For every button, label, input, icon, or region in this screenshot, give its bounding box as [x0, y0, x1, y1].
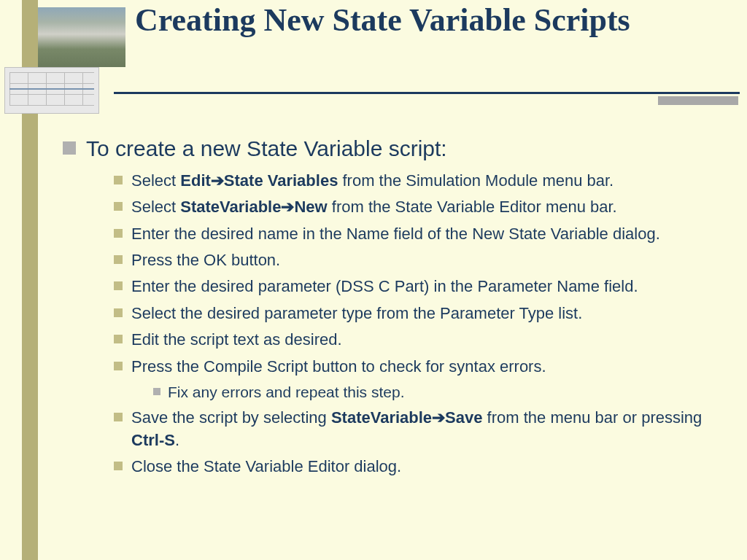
step-item: Press the OK button. [114, 249, 734, 271]
step-text: Press the Compile Script button to check… [131, 356, 546, 378]
step-item: Press the Compile Script button to check… [114, 356, 734, 378]
step-text: Select the desired parameter type from t… [131, 303, 582, 324]
square-bullet-icon [114, 281, 123, 290]
step-item: Select StateVariable➔New from the State … [114, 196, 734, 218]
substep-text: Fix any errors and repeat this step. [168, 382, 405, 402]
content-area: To create a new State Variable script: S… [63, 134, 734, 482]
intro-text: To create a new State Variable script: [86, 134, 447, 163]
dam-photo [38, 7, 125, 67]
square-bullet-icon [153, 388, 160, 395]
substeps-list: Fix any errors and repeat this step. [153, 382, 734, 402]
step-text: Enter the desired parameter (DSS C Part)… [131, 276, 638, 298]
square-bullet-icon [114, 202, 123, 211]
square-bullet-icon [114, 176, 123, 184]
step-item: Close the State Variable Editor dialog. [114, 456, 734, 478]
step-text: Select StateVariable➔New from the State … [131, 196, 617, 218]
square-bullet-icon [114, 308, 123, 317]
square-bullet-icon [114, 229, 123, 238]
step-text: Select Edit➔State Variables from the Sim… [131, 170, 614, 192]
square-bullet-icon [114, 413, 123, 421]
step-item: Enter the desired parameter (DSS C Part)… [114, 276, 734, 298]
step-item: Select Edit➔State Variables from the Sim… [114, 170, 734, 192]
square-bullet-icon [114, 362, 123, 370]
step-text: Press the OK button. [131, 249, 280, 271]
step-text: Enter the desired name in the Name field… [131, 223, 660, 245]
substep-item: Fix any errors and repeat this step. [153, 382, 734, 402]
slide-title: Creating New State Variable Scripts [135, 1, 733, 39]
curve-diagram [4, 67, 99, 114]
accent-bar [658, 96, 738, 105]
step-text: Close the State Variable Editor dialog. [131, 456, 401, 478]
steps-list: Select Edit➔State Variables from the Sim… [114, 170, 734, 478]
square-bullet-icon [63, 141, 76, 155]
step-item: Select the desired parameter type from t… [114, 303, 734, 324]
title-underline [114, 92, 740, 94]
step-item: Enter the desired name in the Name field… [114, 223, 734, 245]
intro-row: To create a new State Variable script: [63, 134, 734, 163]
step-text: Edit the script text as desired. [131, 329, 342, 351]
step-text: Save the script by selecting StateVariab… [131, 407, 734, 451]
square-bullet-icon [114, 255, 123, 264]
square-bullet-icon [114, 335, 123, 343]
title-block: Creating New State Variable Scripts [135, 1, 733, 39]
step-item: Edit the script text as desired. [114, 329, 734, 351]
step-item: Save the script by selecting StateVariab… [114, 407, 734, 451]
square-bullet-icon [114, 462, 123, 470]
